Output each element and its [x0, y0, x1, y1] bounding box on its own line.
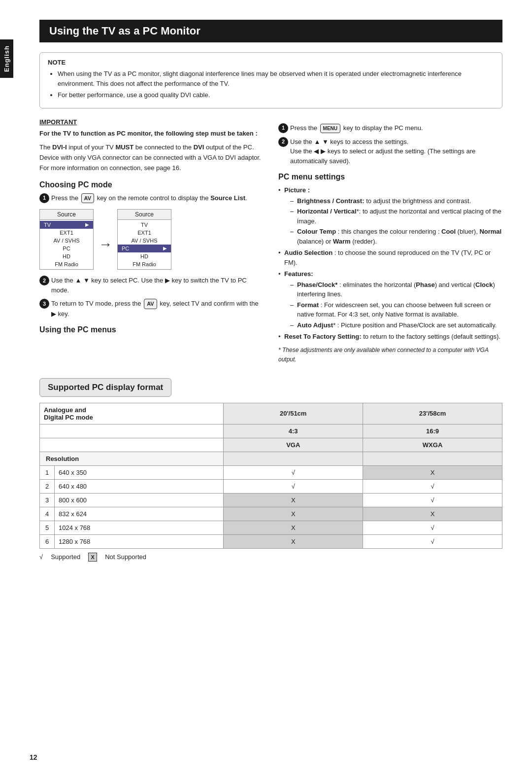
analogue-label: Analogue andDigital PC mode	[44, 406, 93, 421]
phase-clock-item: Phase/Clock* : eliminates the horizontal…	[290, 280, 502, 299]
table-row: 1640 x 350√X	[40, 465, 502, 479]
right-step1-row: 1 Press the MENU key to display the PC m…	[278, 123, 502, 133]
row-resolution: 832 x 624	[55, 507, 224, 521]
important-section: IMPORTANT For the TV to function as PC m…	[39, 118, 264, 174]
table-body: 1640 x 350√X2640 x 480√√3800 x 600X√4832…	[40, 465, 502, 548]
source-item-fmradio: FM Radio	[40, 260, 93, 268]
footnote: * These adjustments are only available w…	[278, 346, 502, 364]
check-symbol: √	[39, 553, 43, 561]
row-col3: √	[363, 534, 502, 548]
note-heading: NOTE	[48, 59, 494, 66]
row-resolution: 1024 x 768	[55, 521, 224, 534]
format-wxga: WXGA	[363, 438, 502, 452]
row-resolution: 640 x 480	[55, 479, 224, 493]
row-col3: √	[363, 521, 502, 534]
picture-item: Picture : Brightness / Contrast: to adju…	[278, 185, 502, 246]
row-number: 1	[40, 465, 55, 479]
source-box-2-header: Source	[118, 210, 171, 220]
note-item-1: When using the TV as a PC monitor, sligh…	[58, 69, 494, 88]
table-row: 4832 x 624XX	[40, 507, 502, 521]
source-item-hd: HD	[40, 252, 93, 260]
row-resolution: 1280 x 768	[55, 534, 224, 548]
footer-legend: √ Supported X Not Supported	[39, 553, 502, 562]
important-body: The DVI-I input of your TV MUST be conne…	[39, 142, 264, 173]
left-column: IMPORTANT For the TV to function as PC m…	[39, 118, 264, 368]
row-number: 4	[40, 507, 55, 521]
step2-content: Use the ▲ ▼ key to select PC. Use the ▶ …	[51, 276, 264, 295]
features-item: Features: Phase/Clock* : eliminates the …	[278, 269, 502, 330]
header-spacer	[40, 424, 224, 438]
av-key-badge: AV	[81, 193, 94, 204]
row-number: 6	[40, 534, 55, 548]
colour-temp-item: Colour Temp : this changes the colour re…	[290, 227, 502, 246]
source-box-1-header: Source	[40, 210, 93, 220]
row-col2: √	[224, 479, 363, 493]
row-resolution: 640 x 350	[55, 465, 224, 479]
source-box-2: Source TV EXT1 AV / SVHS PC▶ HD FM Radio	[117, 209, 171, 270]
source-item-2-tv: TV	[118, 221, 171, 229]
supported-format-title: Supported PC display format	[39, 378, 171, 397]
horizontal-item: Horizontal / Vertical*: to adjust the ho…	[290, 207, 502, 226]
x-symbol: X	[88, 553, 97, 562]
pc-menu-list: Picture : Brightness / Contrast: to adju…	[278, 185, 502, 342]
not-supported-label: Not Supported	[105, 553, 146, 561]
note-box: NOTE When using the TV as a PC monitor, …	[39, 52, 502, 108]
source-item-2-fmradio: FM Radio	[118, 260, 171, 268]
right-step2-row: 2 Use the ▲ ▼ keys to access the setting…	[278, 137, 502, 166]
row-col2: X	[224, 534, 363, 548]
brightness-item: Brightness / Contrast: to adjust the bri…	[290, 196, 502, 206]
row-resolution: 800 x 600	[55, 493, 224, 507]
step3-row: 3 To return to TV mode, press the AV key…	[39, 299, 264, 318]
source-item-2-hd: HD	[118, 252, 171, 260]
row-col2: X	[224, 507, 363, 521]
source-box-1: Source TV▶ EXT1 AV / SVHS PC HD FM Radio	[39, 209, 94, 270]
note-item-2: For better performance, use a good quali…	[58, 90, 494, 100]
right-column: 1 Press the MENU key to display the PC m…	[278, 118, 502, 368]
step3-content: To return to TV mode, press the AV key, …	[51, 299, 264, 318]
format-item: Format : For widescreen set, you can cho…	[290, 300, 502, 319]
source-item-avsvhs: AV / SVHS	[40, 237, 93, 245]
row-col3: X	[363, 507, 502, 521]
table-row: 2640 x 480√√	[40, 479, 502, 493]
source-item-pc: PC	[40, 245, 93, 252]
step1-number: 1	[39, 193, 49, 203]
table-row: 61280 x 768X√	[40, 534, 502, 548]
source-item-2-ext1: EXT1	[118, 229, 171, 237]
pc-menu-settings-title: PC menu settings	[278, 173, 502, 181]
step1-row: 1 Press the AV key on the remote control…	[39, 193, 264, 204]
side-tab: English	[0, 39, 13, 78]
step2-number: 2	[39, 276, 49, 285]
right-step2-number: 2	[278, 137, 288, 147]
row-col3: √	[363, 479, 502, 493]
format-vga: VGA	[224, 438, 363, 452]
important-heading: IMPORTANT	[39, 118, 264, 126]
important-subheading: For the TV to function as PC monitor, th…	[39, 129, 264, 139]
auto-adjust-item: Auto Adjust* : Picture position and Phas…	[290, 320, 502, 330]
supported-format-section: Supported PC display format Analogue and…	[39, 378, 502, 562]
row-col2: √	[224, 465, 363, 479]
source-box-1-items: TV▶ EXT1 AV / SVHS PC HD FM Radio	[40, 220, 93, 269]
step2-row: 2 Use the ▲ ▼ key to select PC. Use the …	[39, 276, 264, 295]
header-spacer2	[40, 438, 224, 452]
step3-number: 3	[39, 299, 49, 309]
source-item-tv: TV▶	[40, 221, 93, 229]
aspect-169: 16:9	[363, 424, 502, 438]
features-sublist: Phase/Clock* : eliminates the horizontal…	[284, 280, 502, 330]
using-pc-menus-title: Using the PC menus	[39, 325, 264, 334]
aspect-43: 4:3	[224, 424, 363, 438]
source-arrow: →	[99, 237, 112, 252]
page-container: English Using the TV as a PC Monitor NOT…	[0, 0, 532, 776]
source-box-2-items: TV EXT1 AV / SVHS PC▶ HD FM Radio	[118, 220, 171, 269]
page-title: Using the TV as a PC Monitor	[39, 20, 502, 42]
reset-item: Reset To Factory Setting: to return to t…	[278, 332, 502, 342]
row-col3: X	[363, 465, 502, 479]
page-number: 12	[30, 753, 37, 761]
resolution-header: Resolution	[40, 452, 224, 465]
col-header-20: 20'/51cm	[224, 403, 363, 424]
row-col2: X	[224, 493, 363, 507]
picture-sublist: Brightness / Contrast: to adjust the bri…	[284, 196, 502, 247]
supported-label: Supported	[51, 553, 80, 561]
step1-content: Press the AV key on the remote control t…	[51, 193, 264, 204]
col-header-analogue: Analogue andDigital PC mode	[40, 403, 224, 424]
table-row: 51024 x 768X√	[40, 521, 502, 534]
